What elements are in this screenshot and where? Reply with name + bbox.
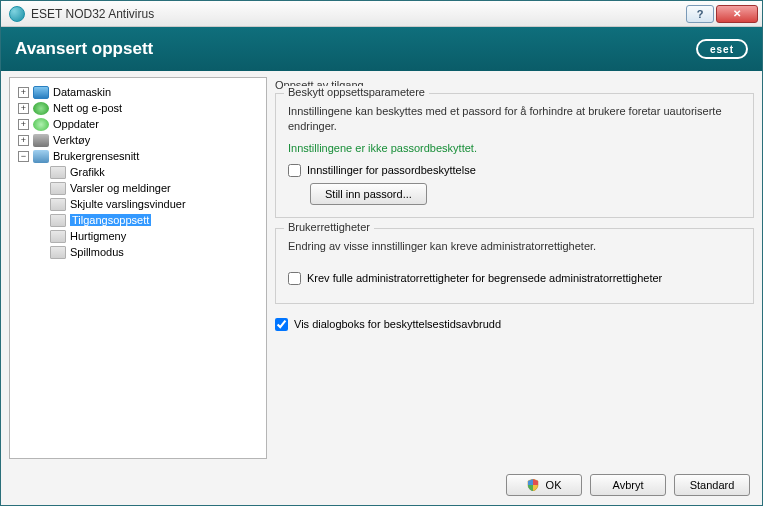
expand-icon[interactable]: + [18, 87, 29, 98]
sub-icon [50, 182, 66, 195]
shield-icon [527, 479, 539, 491]
content-panel: Oppsett av tilgang Beskytt oppsettsparam… [275, 77, 754, 459]
group-password-title: Beskytt oppsettsparametere [284, 86, 429, 98]
tree-item-datamaskin[interactable]: + Datamaskin [14, 84, 262, 100]
tree-item-nett[interactable]: + Nett og e-post [14, 100, 262, 116]
tree-item-skjulte[interactable]: Skjulte varslingsvinduer [14, 196, 262, 212]
eset-logo: eset [696, 39, 748, 59]
tree-item-spill[interactable]: Spillmodus [14, 244, 262, 260]
tree-item-brukergrensesnitt[interactable]: − Brukergrensesnitt [14, 148, 262, 164]
close-button[interactable] [716, 5, 758, 23]
checkbox-password-protect[interactable] [288, 164, 301, 177]
tree-label: Nett og e-post [53, 102, 122, 114]
tree-label: Spillmodus [70, 246, 124, 258]
cancel-button[interactable]: Avbryt [590, 474, 666, 496]
tree-label: Varsler og meldinger [70, 182, 171, 194]
tree-item-varsler[interactable]: Varsler og meldinger [14, 180, 262, 196]
update-icon [33, 118, 49, 131]
checkbox-timeout-dialog[interactable] [275, 318, 288, 331]
footer: OK Avbryt Standard [1, 465, 762, 505]
ui-icon [33, 150, 49, 163]
group-rights-title: Brukerrettigheter [284, 221, 374, 233]
titlebar: ESET NOD32 Antivirus [1, 1, 762, 27]
tree-item-hurtig[interactable]: Hurtigmeny [14, 228, 262, 244]
ok-button-label: OK [546, 479, 562, 491]
sub-icon [50, 246, 66, 259]
app-icon [9, 6, 25, 22]
tree-panel[interactable]: + Datamaskin + Nett og e-post + Oppdater… [9, 77, 267, 459]
tree-label: Skjulte varslingsvinduer [70, 198, 186, 210]
checkbox-admin-rights[interactable] [288, 272, 301, 285]
page-title: Avansert oppsett [15, 39, 696, 59]
sub-icon [50, 214, 66, 227]
expand-icon[interactable]: + [18, 135, 29, 146]
sub-icon [50, 230, 66, 243]
monitor-icon [33, 86, 49, 99]
group-password: Beskytt oppsettsparametere Innstillingen… [275, 93, 754, 218]
tree-item-verktoy[interactable]: + Verktøy [14, 132, 262, 148]
tree-label: Grafikk [70, 166, 105, 178]
group-rights: Brukerrettigheter Endring av visse innst… [275, 228, 754, 304]
set-password-button[interactable]: Still inn passord... [310, 183, 427, 205]
tools-icon [33, 134, 49, 147]
tree-label: Datamaskin [53, 86, 111, 98]
tree-label: Tilgangsoppsett [70, 214, 151, 226]
header-bar: Avansert oppsett eset [1, 27, 762, 71]
checkbox-password-protect-label: Innstillinger for passordbeskyttelse [307, 164, 476, 176]
sub-icon [50, 166, 66, 179]
tree-label: Oppdater [53, 118, 99, 130]
tree-item-tilgang[interactable]: Tilgangsoppsett [14, 212, 262, 228]
checkbox-admin-rights-label: Krev fulle administratorrettigheter for … [307, 272, 662, 284]
tree-item-grafikk[interactable]: Grafikk [14, 164, 262, 180]
default-button[interactable]: Standard [674, 474, 750, 496]
window-title: ESET NOD32 Antivirus [31, 7, 154, 21]
tree-label: Verktøy [53, 134, 90, 146]
checkbox-timeout-dialog-label: Vis dialogboks for beskyttelsestidsavbru… [294, 318, 501, 330]
tree-item-oppdater[interactable]: + Oppdater [14, 116, 262, 132]
group-rights-desc: Endring av visse innstillinger kan kreve… [288, 239, 741, 254]
globe-icon [33, 102, 49, 115]
password-status: Innstillingene er ikke passordbeskyttet. [288, 142, 741, 154]
ok-button[interactable]: OK [506, 474, 582, 496]
tree-label: Hurtigmeny [70, 230, 126, 242]
sub-icon [50, 198, 66, 211]
group-password-desc: Innstillingene kan beskyttes med et pass… [288, 104, 741, 134]
help-button[interactable] [686, 5, 714, 23]
expand-icon[interactable]: + [18, 103, 29, 114]
collapse-icon[interactable]: − [18, 151, 29, 162]
expand-icon[interactable]: + [18, 119, 29, 130]
tree-label: Brukergrensesnitt [53, 150, 139, 162]
